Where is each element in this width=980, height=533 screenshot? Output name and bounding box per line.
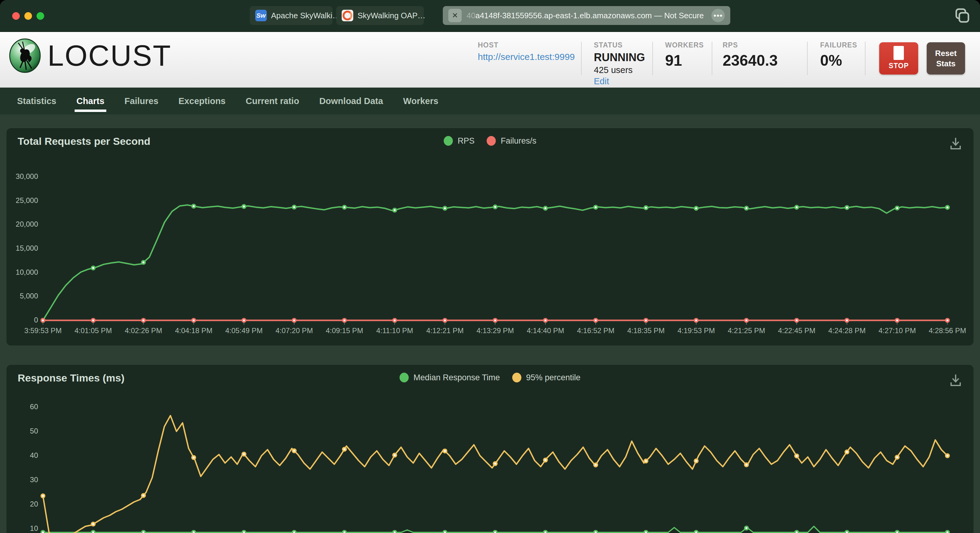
workers-block: WORKERS 91 (665, 41, 704, 69)
header-divider (652, 42, 653, 75)
workers-value: 91 (665, 52, 704, 69)
status-label: STATUS (594, 41, 645, 49)
host-label: HOST (478, 41, 575, 49)
tab-overview-icon[interactable] (954, 8, 970, 24)
rps-value: 23640.3 (723, 52, 778, 69)
legend-dot-red (487, 136, 496, 146)
browser-tab-apache-skywalking[interactable]: Sw Apache SkyWalki… (250, 6, 332, 25)
reset-stats-button[interactable]: Reset Stats (927, 42, 965, 75)
rps-block: RPS 23640.3 (723, 41, 778, 69)
skywalking-orange-favicon (342, 10, 353, 21)
response-times-chart-panel: 605040302010 Response Times (ms) Median … (6, 365, 974, 533)
macos-zoom-button[interactable] (37, 12, 44, 20)
y-axis-label: 20,000 (6, 220, 38, 228)
tab-charts[interactable]: Charts (76, 87, 105, 114)
y-axis-label: 25,000 (6, 196, 38, 205)
locust-logo: LOCUST (9, 38, 172, 73)
legend-label: RPS (458, 136, 475, 146)
legend-label: Failures/s (501, 136, 536, 146)
main-nav: Statistics Charts Failures Exceptions Cu… (0, 87, 980, 114)
tab-workers[interactable]: Workers (403, 87, 439, 114)
y-axis-label: 60 (6, 403, 38, 411)
failures-block: FAILURES 0% (820, 41, 857, 69)
stop-square-icon (894, 46, 904, 60)
rps-label: RPS (723, 41, 778, 49)
host-link[interactable]: http://service1.test:9999 (478, 52, 575, 62)
y-axis-label: 0 (6, 316, 38, 324)
legend-label: Median Response Time (414, 373, 500, 382)
browser-window: Sw Apache SkyWalki… SkyWalking OAP… ✕ 40… (0, 0, 980, 533)
workers-label: WORKERS (665, 41, 704, 49)
x-axis-label: 4:28:56 PM (914, 327, 974, 335)
status-users: 425 users (594, 65, 645, 75)
rps-chart[interactable]: 30,00025,00020,00015,00010,0005,00003:59… (6, 128, 974, 346)
edit-users-link[interactable]: Edit (594, 76, 645, 86)
failures-value: 0% (820, 52, 857, 69)
tab-download-data[interactable]: Download Data (319, 87, 383, 114)
y-axis-label: 50 (6, 427, 38, 435)
legend-dot-green (444, 136, 453, 146)
reset-stats-label: Reset Stats (935, 49, 957, 68)
tab-more-icon[interactable]: ••• (711, 9, 725, 22)
tab-current-ratio[interactable]: Current ratio (246, 87, 299, 114)
y-axis-label: 40 (6, 451, 38, 460)
legend-item-failures[interactable]: Failures/s (487, 136, 536, 146)
y-axis-label: 15,000 (6, 244, 38, 252)
browser-tab-label: SkyWalking OAP… (358, 11, 425, 21)
macos-minimize-button[interactable] (24, 12, 32, 20)
header-divider (581, 42, 582, 75)
header-divider (712, 42, 712, 75)
browser-tab-active-url[interactable]: ✕ 40a4148f-381559556.ap-east-1.elb.amazo… (443, 6, 730, 25)
header-divider (865, 42, 865, 75)
header-divider (807, 42, 808, 75)
host-block: HOST http://service1.test:9999 (478, 41, 575, 62)
tab-statistics[interactable]: Statistics (17, 87, 56, 114)
y-axis-label: 20 (6, 500, 38, 508)
legend-item-rps[interactable]: RPS (444, 136, 475, 146)
macos-close-button[interactable] (12, 12, 20, 20)
download-chart-icon[interactable] (949, 373, 963, 387)
url-text: a4148f-381559556.ap-east-1.elb.amazonaws… (476, 11, 704, 20)
browser-tab-skywalking-oap[interactable]: SkyWalking OAP… (336, 6, 424, 25)
locust-logo-orb-icon (9, 38, 41, 73)
logo-wordmark: LOCUST (48, 39, 172, 72)
y-axis-label: 10 (6, 524, 38, 533)
legend-dot-green (399, 373, 409, 382)
browser-tab-label: Apache SkyWalki… (271, 11, 340, 21)
tab-exceptions[interactable]: Exceptions (178, 87, 226, 114)
skywalking-blue-favicon: Sw (255, 10, 267, 21)
download-chart-icon[interactable] (949, 136, 963, 151)
rps-chart-panel: 30,00025,00020,00015,00010,0005,00003:59… (6, 128, 974, 346)
y-axis-label: 30,000 (6, 172, 38, 181)
tab-failures[interactable]: Failures (124, 87, 158, 114)
tab-close-icon[interactable]: ✕ (448, 9, 462, 22)
url-prefix: 40 (466, 11, 476, 20)
legend-item-median[interactable]: Median Response Time (399, 373, 500, 382)
stop-button-label: STOP (889, 62, 909, 70)
legend-item-95th[interactable]: 95% percentile (512, 373, 581, 382)
failures-label: FAILURES (820, 41, 857, 49)
browser-chrome-bar: Sw Apache SkyWalki… SkyWalking OAP… ✕ 40… (0, 0, 980, 32)
legend-label: 95% percentile (526, 373, 581, 382)
y-axis-label: 5,000 (6, 292, 38, 300)
locust-header: LOCUST HOST http://service1.test:9999 ST… (0, 32, 980, 87)
response-times-chart[interactable]: 605040302010 (6, 365, 974, 533)
stop-button[interactable]: STOP (879, 42, 918, 75)
status-block: STATUS RUNNING 425 users Edit (594, 41, 645, 86)
y-axis-label: 30 (6, 476, 38, 484)
status-state: RUNNING (594, 51, 645, 64)
chart-canvas[interactable] (6, 128, 974, 346)
legend-dot-yellow (512, 373, 521, 382)
chart-legend: Median Response Time 95% percentile (6, 373, 974, 382)
y-axis-label: 10,000 (6, 268, 38, 276)
chart-legend: RPS Failures/s (6, 136, 974, 146)
chart-canvas[interactable] (6, 365, 974, 533)
